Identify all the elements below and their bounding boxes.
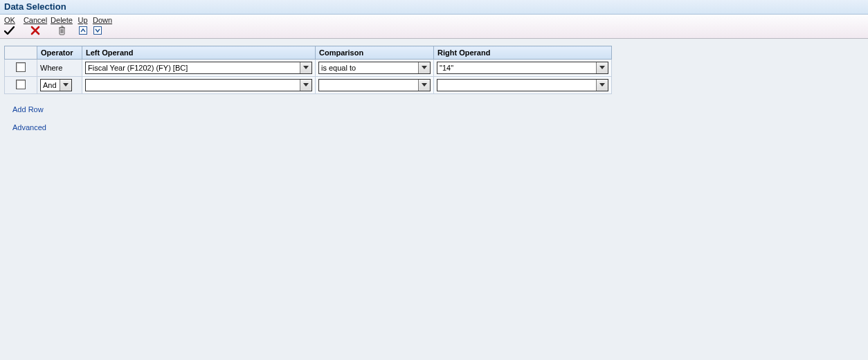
- operator-value: And: [41, 80, 60, 91]
- row-select-checkbox[interactable]: [16, 80, 26, 89]
- down-button[interactable]: [93, 26, 102, 35]
- cancel-button[interactable]: [30, 26, 40, 35]
- advanced-link[interactable]: Advanced: [12, 123, 46, 132]
- x-icon: [30, 26, 40, 35]
- right-operand-value: [437, 80, 596, 91]
- comparison-combo[interactable]: [318, 79, 431, 91]
- left-operand-value: [86, 80, 300, 91]
- left-operand-combo[interactable]: Fiscal Year (F1202) (FY) [BC]: [85, 62, 312, 74]
- right-operand-combo[interactable]: [437, 79, 608, 91]
- delete-label[interactable]: Delete: [48, 16, 75, 24]
- chevron-down-icon: [95, 28, 100, 33]
- dropdown-button[interactable]: [596, 80, 608, 91]
- dropdown-button[interactable]: [418, 80, 430, 91]
- comparison-value: is equal to: [319, 62, 418, 73]
- col-header-comparison: Comparison: [316, 46, 434, 60]
- right-operand-value: "14": [437, 62, 596, 73]
- criteria-row: And: [5, 77, 612, 94]
- dropdown-button[interactable]: [418, 62, 430, 73]
- chevron-down-icon: [599, 83, 605, 87]
- chevron-down-icon: [599, 66, 605, 70]
- page-title: Data Selection: [0, 0, 868, 15]
- ok-button[interactable]: [4, 26, 15, 35]
- criteria-row: Where Fiscal Year (F1202) (FY) [BC]: [5, 60, 612, 77]
- row-select-checkbox[interactable]: [16, 62, 26, 72]
- up-button[interactable]: [79, 26, 87, 35]
- delete-button[interactable]: [57, 26, 66, 35]
- comparison-combo[interactable]: is equal to: [318, 62, 431, 74]
- chevron-up-icon: [80, 28, 86, 33]
- up-label[interactable]: Up: [75, 16, 91, 24]
- left-operand-combo[interactable]: [85, 79, 312, 91]
- criteria-grid: Operator Left Operand Comparison Right O…: [4, 46, 612, 94]
- operator-combo[interactable]: And: [40, 79, 72, 91]
- ok-label[interactable]: OK: [4, 16, 22, 24]
- comparison-value: [319, 80, 418, 91]
- operator-static: Where: [40, 64, 62, 72]
- add-row-link[interactable]: Add Row: [12, 105, 44, 114]
- check-icon: [4, 26, 15, 35]
- left-operand-value: Fiscal Year (F1202) (FY) [BC]: [86, 62, 300, 73]
- dropdown-button[interactable]: [60, 80, 71, 91]
- chevron-down-icon: [303, 66, 309, 70]
- col-header-right: Right Operand: [434, 46, 612, 60]
- down-label[interactable]: Down: [91, 16, 114, 24]
- toolbar: OK Cancel Delete Up Down: [0, 15, 868, 39]
- chevron-down-icon: [63, 83, 69, 87]
- cancel-label[interactable]: Cancel: [22, 16, 48, 24]
- dropdown-button[interactable]: [300, 62, 311, 73]
- right-operand-combo[interactable]: "14": [437, 62, 608, 74]
- chevron-down-icon: [422, 66, 427, 70]
- chevron-down-icon: [422, 83, 427, 87]
- dropdown-button[interactable]: [596, 62, 608, 73]
- chevron-down-icon: [303, 83, 309, 87]
- col-header-select: [5, 46, 37, 60]
- content-area: Operator Left Operand Comparison Right O…: [0, 39, 868, 145]
- col-header-left: Left Operand: [82, 46, 316, 60]
- col-header-operator: Operator: [37, 46, 82, 60]
- dropdown-button[interactable]: [300, 80, 311, 91]
- trash-icon: [57, 26, 66, 35]
